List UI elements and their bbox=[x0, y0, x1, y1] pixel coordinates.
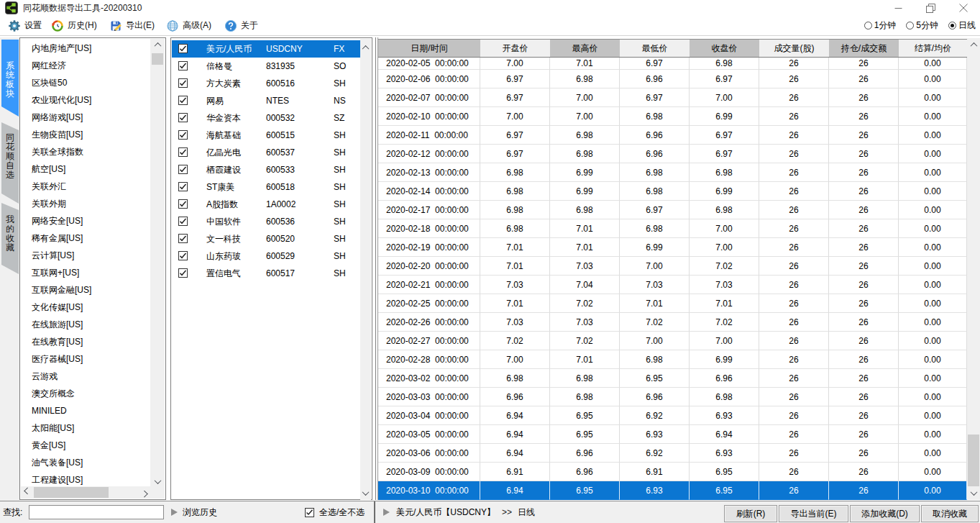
stock-checkbox[interactable] bbox=[178, 61, 188, 71]
find-input[interactable] bbox=[29, 505, 164, 519]
scroll-left-button[interactable] bbox=[21, 486, 33, 499]
table-header-cell[interactable]: 开盘价 bbox=[480, 40, 550, 57]
stock-row[interactable]: 网易NTESNS bbox=[172, 92, 362, 109]
scroll-up-button[interactable] bbox=[150, 39, 165, 51]
refresh-button[interactable]: 刷新(R) bbox=[724, 505, 777, 522]
browse-history-button[interactable]: 浏览历史 bbox=[171, 501, 217, 523]
radio-1min[interactable]: 1分钟 bbox=[864, 19, 897, 32]
table-row[interactable]: 2020-02-26 00:00:007.037.037.027.0226260… bbox=[378, 313, 967, 332]
sector-vertical-scrollbar[interactable] bbox=[150, 39, 165, 488]
table-header-cell[interactable]: 结算/均价 bbox=[899, 40, 967, 57]
table-row[interactable]: 2020-02-25 00:00:007.017.027.017.0126260… bbox=[378, 294, 967, 313]
table-header-cell[interactable]: 最高价 bbox=[550, 40, 620, 57]
table-row[interactable]: 2020-02-06 00:00:006.976.986.966.9726260… bbox=[378, 70, 967, 88]
table-vertical-scrollbar[interactable] bbox=[967, 38, 980, 500]
stock-checkbox[interactable] bbox=[178, 165, 188, 174]
stock-vertical-scrollbar[interactable] bbox=[360, 39, 371, 500]
side-tab-ths-custom[interactable]: 同花顺自选 bbox=[1, 122, 19, 204]
table-row[interactable]: 2020-02-13 00:00:006.986.996.986.9826260… bbox=[378, 163, 967, 182]
stock-row[interactable]: ST康美600518SH bbox=[172, 178, 362, 196]
table-header-cell[interactable]: 最低价 bbox=[620, 40, 690, 57]
select-all-checkbox[interactable] bbox=[305, 508, 314, 517]
sector-item[interactable]: 互联网金融[US] bbox=[21, 281, 150, 299]
stock-row[interactable]: 置信电气600517SH bbox=[172, 265, 362, 282]
sector-item[interactable]: 云游戏 bbox=[21, 368, 150, 385]
scroll-thumb[interactable] bbox=[152, 53, 163, 65]
table-row[interactable]: 2020-02-10 00:00:007.007.006.986.9926260… bbox=[378, 107, 967, 126]
table-row[interactable]: 2020-02-07 00:00:006.977.006.977.0026260… bbox=[378, 88, 967, 107]
panel-splitter[interactable] bbox=[375, 37, 376, 500]
stock-checkbox[interactable] bbox=[178, 78, 188, 88]
sector-item[interactable]: 太阳能[US] bbox=[21, 419, 150, 437]
sector-item[interactable]: 网络游戏[US] bbox=[21, 109, 150, 126]
stock-checkbox[interactable] bbox=[178, 96, 188, 105]
close-button[interactable] bbox=[947, 0, 979, 16]
stock-checkbox[interactable] bbox=[178, 113, 188, 122]
sector-item[interactable]: 关联外汇 bbox=[21, 178, 150, 195]
sector-item[interactable]: 关联外期 bbox=[21, 195, 150, 212]
table-row[interactable]: 2020-03-06 00:00:006.946.966.926.9326260… bbox=[378, 444, 967, 463]
sector-horizontal-scrollbar[interactable] bbox=[21, 486, 151, 499]
table-row[interactable]: 2020-02-05 00:00:007.007.016.976.9826260… bbox=[378, 58, 967, 70]
table-row[interactable]: 2020-02-28 00:00:007.007.016.986.9926260… bbox=[378, 350, 967, 369]
table-header-cell[interactable]: 收盘价 bbox=[690, 40, 759, 57]
radio-5min[interactable]: 5分钟 bbox=[906, 19, 938, 32]
radio-daily[interactable]: 日线 bbox=[948, 19, 976, 32]
stock-row[interactable]: 栖霞建设600533SH bbox=[172, 161, 362, 178]
stock-checkbox[interactable] bbox=[178, 147, 188, 157]
sector-item[interactable]: 农业现代化[US] bbox=[21, 91, 150, 109]
export-current-button[interactable]: 导出当前(E) bbox=[779, 505, 848, 522]
stock-checkbox[interactable] bbox=[178, 182, 188, 191]
table-row[interactable]: 2020-02-18 00:00:006.987.016.987.0026260… bbox=[378, 219, 967, 238]
restore-button[interactable] bbox=[915, 0, 947, 16]
table-row[interactable]: 2020-03-09 00:00:006.916.966.916.9526260… bbox=[378, 463, 967, 481]
settings-button[interactable]: 设置 bbox=[8, 16, 42, 35]
sector-item[interactable]: 医疗器械[US] bbox=[21, 350, 150, 368]
sector-item[interactable]: 在线教育[US] bbox=[21, 333, 150, 350]
sector-item[interactable]: 云计算[US] bbox=[21, 247, 150, 264]
table-row[interactable]: 2020-03-10 00:00:006.946.956.936.9526260… bbox=[378, 481, 967, 500]
stock-row[interactable]: 中国软件600536SH bbox=[172, 213, 362, 230]
sector-item[interactable]: 文化传媒[US] bbox=[21, 299, 150, 316]
table-header-cell[interactable]: 日期/时间 bbox=[378, 40, 480, 57]
sector-item[interactable]: 内地房地产[US] bbox=[21, 40, 150, 57]
sector-item[interactable]: MINILED bbox=[21, 402, 150, 419]
stock-checkbox[interactable] bbox=[178, 217, 188, 226]
stock-checkbox[interactable] bbox=[178, 268, 188, 278]
select-all-toggle[interactable]: 全选/全不选 bbox=[305, 501, 365, 523]
about-button[interactable]: 关于 bbox=[224, 16, 258, 35]
stock-checkbox[interactable] bbox=[178, 44, 188, 53]
scroll-thumb[interactable] bbox=[968, 435, 979, 486]
table-row[interactable]: 2020-03-03 00:00:006.966.986.966.9826260… bbox=[378, 388, 967, 406]
sector-item[interactable]: 在线旅游[US] bbox=[21, 316, 150, 333]
stock-row[interactable]: 亿晶光电600537SH bbox=[172, 144, 362, 161]
table-row[interactable]: 2020-03-04 00:00:006.946.956.926.9326260… bbox=[378, 406, 967, 425]
advanced-button[interactable]: 高级(A) bbox=[166, 16, 211, 35]
stock-row[interactable]: 倍格曼831935SO bbox=[172, 58, 362, 75]
side-tab-my-favorites[interactable]: 我的收藏 bbox=[1, 203, 19, 274]
sector-item[interactable]: 澳交所概念 bbox=[21, 385, 150, 402]
table-row[interactable]: 2020-03-05 00:00:006.946.956.936.9426260… bbox=[378, 425, 967, 444]
scroll-down-button[interactable] bbox=[967, 487, 980, 499]
scroll-up-button[interactable] bbox=[360, 42, 371, 54]
sector-item[interactable]: 网红经济 bbox=[21, 57, 150, 74]
sector-item[interactable]: 黄金[US] bbox=[21, 437, 150, 454]
scroll-up-button[interactable] bbox=[967, 39, 980, 51]
scroll-right-button[interactable] bbox=[139, 486, 151, 499]
scroll-thumb[interactable] bbox=[34, 487, 109, 498]
table-row[interactable]: 2020-02-20 00:00:007.017.037.007.0226260… bbox=[378, 257, 967, 276]
stock-row[interactable]: A股指数1A0002SH bbox=[172, 196, 362, 213]
stock-row[interactable]: 山东药玻600529SH bbox=[172, 247, 362, 265]
history-button[interactable]: 历史(H) bbox=[51, 16, 97, 35]
scroll-down-button[interactable] bbox=[360, 487, 371, 499]
stock-checkbox[interactable] bbox=[178, 199, 188, 209]
table-row[interactable]: 2020-02-19 00:00:007.017.016.997.0026260… bbox=[378, 238, 967, 257]
minimize-button[interactable] bbox=[882, 0, 915, 16]
sector-item[interactable]: 航空[US] bbox=[21, 160, 150, 178]
table-row[interactable]: 2020-02-27 00:00:007.027.027.007.0026260… bbox=[378, 332, 967, 350]
table-row[interactable]: 2020-02-17 00:00:006.986.986.976.9826260… bbox=[378, 201, 967, 219]
table-row[interactable]: 2020-02-14 00:00:006.986.996.986.9926260… bbox=[378, 182, 967, 201]
table-row[interactable]: 2020-03-02 00:00:006.986.986.956.9626260… bbox=[378, 369, 967, 388]
stock-row[interactable]: 海航基础600515SH bbox=[172, 127, 362, 144]
table-header-cell[interactable]: 持仓/成交额 bbox=[829, 40, 899, 57]
